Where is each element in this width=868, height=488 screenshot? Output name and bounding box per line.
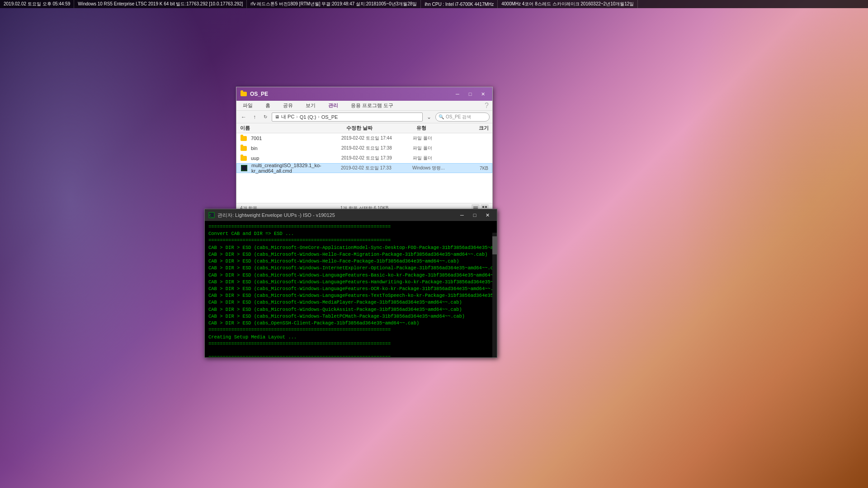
cmd-line-sep3: ========================================…: [208, 327, 493, 333]
ribbon-tab-manage[interactable]: 관리: [326, 101, 341, 110]
folder-icon-uup: [240, 155, 247, 162]
file-type-bin: 파일 폴더: [413, 145, 458, 151]
svg-rect-7: [485, 206, 487, 208]
taskbar-mem-info: 4000MHz 4코어 8스레드 스카이레이크 20160322~2년10개월1…: [498, 0, 638, 8]
cmd-window: C_ 관리자: Lightweight Envelope UUPs ‐) ISO…: [204, 209, 497, 358]
file-name-uup: uup: [251, 155, 338, 161]
cmd-window-title: 관리자: Lightweight Envelope UUPs ‐) ISO ‐ …: [217, 212, 335, 219]
taskbar-datetime: 2019.02.02 토요일 오후 05:44:59: [0, 0, 74, 8]
file-row-uup[interactable]: uup 2019-02-02 토요일 17:39 파일 폴더: [236, 153, 492, 163]
cmd-close-button[interactable]: ✕: [481, 211, 493, 220]
file-row-bin[interactable]: bin 2019-02-02 토요일 17:38 파일 폴더: [236, 143, 492, 153]
titlebar-folder-icon: [240, 90, 247, 98]
file-date-bin: 2019-02-02 토요일 17:38: [341, 145, 409, 151]
cmd-line-sep1: ========================================…: [208, 224, 493, 230]
cmd-line-10: CAB > DIR > ESD (cabs_Microsoft-Windows-…: [208, 306, 493, 313]
cmd-line-sep2: ========================================…: [208, 237, 493, 244]
cmd-body-container: ========================================…: [205, 221, 497, 357]
cmd-scrollbar-thumb[interactable]: [492, 236, 497, 254]
titlebar-left: OS_PE: [240, 90, 268, 98]
file-row-cmd[interactable]: _ multi_creatingISO_18329.1_ko-kr_amd64_…: [236, 163, 492, 173]
path-part-pc: 내 PC: [281, 113, 294, 120]
file-type-7001: 파일 폴더: [413, 135, 458, 141]
cmd-line-4: CAB > DIR > ESD (cabs_Microsoft-Windows-…: [208, 265, 493, 272]
cmd-maximize-button[interactable]: □: [469, 211, 481, 220]
search-box[interactable]: 🔍 OS_PE 검색: [435, 113, 490, 122]
close-button[interactable]: ✕: [477, 89, 489, 99]
ribbon-tab-apptool[interactable]: 응용 프로그램 도구: [348, 101, 396, 110]
cmd-scrollbar[interactable]: [492, 233, 497, 357]
col-name[interactable]: 이름: [240, 125, 346, 131]
cmd-line-blank1: [208, 347, 493, 354]
address-bar: ← ↑ ↻ 🖥 내 PC › Q1 (Q:) › OS_PE ⌄ 🔍 OS_PE…: [236, 111, 492, 123]
folder-icon-7001: [240, 135, 247, 142]
col-size[interactable]: 크기: [462, 125, 489, 131]
ribbon-help-icon[interactable]: ?: [485, 102, 489, 110]
file-type-cmd: Windows 명령...: [412, 165, 458, 171]
svg-rect-6: [482, 206, 484, 208]
cmd-file-icon: _: [241, 164, 248, 172]
path-part-ospe: OS_PE: [321, 114, 338, 120]
cmd-line-5: CAB > DIR > ESD (cabs_Microsoft-Windows-…: [208, 272, 493, 279]
taskbar-top: 2019.02.02 토요일 오후 05:44:59 Windows 10 RS…: [0, 0, 868, 8]
maximize-button[interactable]: □: [464, 89, 476, 99]
ribbon-tab-home[interactable]: 홈: [263, 101, 273, 110]
ribbon-tab-view[interactable]: 보기: [303, 101, 318, 110]
path-folder-icon: 🖥: [275, 114, 279, 119]
col-date[interactable]: 수정한 날짜: [346, 125, 416, 131]
cmd-body: ========================================…: [205, 221, 497, 357]
cmd-line-12: CAB > DIR > ESD (cabs_OpenSSH-Client-Pac…: [208, 320, 493, 327]
svg-text:_: _: [242, 167, 244, 170]
cmd-line-7: CAB > DIR > ESD (cabs_Microsoft-Windows-…: [208, 286, 493, 292]
cmd-titlebar: C_ 관리자: Lightweight Envelope UUPs ‐) ISO…: [205, 209, 497, 221]
ribbon-tab-file[interactable]: 파일: [240, 101, 255, 110]
cmd-minimize-button[interactable]: ─: [456, 211, 468, 220]
nav-down-btn[interactable]: ⌄: [425, 113, 434, 122]
file-list: 7001 2019-02-02 토요일 17:44 파일 폴더 bin 2019…: [236, 133, 492, 203]
file-date-cmd: 2019-02-02 토요일 17:33: [341, 165, 409, 171]
cmd-line-8: CAB > DIR > ESD (cabs_Microsoft-Windows-…: [208, 292, 493, 299]
cmd-line-sep5: ========================================…: [208, 354, 493, 357]
window-controls[interactable]: ─ □ ✕: [452, 89, 489, 99]
file-name-cmd: multi_creatingISO_18329.1_ko-kr_amd64_al…: [251, 163, 337, 174]
search-icon: 🔍: [439, 114, 444, 119]
file-row-7001[interactable]: 7001 2019-02-02 토요일 17:44 파일 폴더: [236, 133, 492, 143]
up-button[interactable]: ↑: [250, 113, 259, 122]
cmd-line-9: CAB > DIR > ESD (cabs_Microsoft-Windows-…: [208, 299, 493, 306]
file-explorer-titlebar: OS_PE ─ □ ✕: [236, 87, 492, 101]
cmd-line-6: CAB > DIR > ESD (cabs_Microsoft-Windows-…: [208, 279, 493, 286]
cmd-line-3: CAB > DIR > ESD (cabs_Microsoft-Windows-…: [208, 258, 493, 265]
address-path[interactable]: 🖥 내 PC › Q1 (Q:) › OS_PE: [272, 113, 423, 122]
cmd-line-2: CAB > DIR > ESD (cabs_Microsoft-Windows-…: [208, 251, 493, 258]
file-explorer-window: OS_PE ─ □ ✕ 파일 홈 공유 보기 관리 응용 프로그램 도구 ? ←…: [236, 87, 493, 213]
path-part-q1: Q1 (Q:): [300, 114, 316, 120]
path-arrow-1: ›: [296, 114, 297, 119]
col-type[interactable]: 유형: [416, 125, 462, 131]
file-name-bin: bin: [251, 145, 338, 151]
folder-icon-bin: [240, 145, 247, 152]
file-date-uup: 2019-02-02 토요일 17:39: [341, 155, 409, 161]
file-explorer-title: OS_PE: [250, 91, 268, 97]
taskbar-rfv-info: rfv 레드스톤5 버전1809 [RTM년월] 무결:2019:48:47 설…: [247, 0, 421, 8]
minimize-button[interactable]: ─: [452, 89, 463, 99]
cmd-app-icon: C_: [208, 212, 215, 218]
file-date-7001: 2019-02-02 토요일 17:44: [341, 135, 409, 141]
cmd-line-setup: Creating Setup Media Layout ...: [208, 334, 493, 341]
file-size-cmd: 7KB: [461, 166, 488, 171]
cmd-titlebar-left: C_ 관리자: Lightweight Envelope UUPs ‐) ISO…: [208, 212, 335, 219]
folder-icon-small: [241, 92, 247, 96]
ribbon-bar: 파일 홈 공유 보기 관리 응용 프로그램 도구 ?: [236, 101, 492, 111]
taskbar-windows-info: Windows 10 RS5 Enterprise LTSC 2019 K 64…: [74, 0, 247, 8]
refresh-button[interactable]: ↻: [261, 113, 270, 122]
cmd-line-11: CAB > DIR > ESD (cabs_Microsoft-Windows-…: [208, 313, 493, 320]
cmd-line-1: CAB > DIR > ESD (cabs_Microsoft-OneCore-…: [208, 244, 493, 251]
taskbar-cpu-info: ihn CPU : Intel i7-6700K 4417MHz: [421, 0, 498, 8]
search-placeholder: OS_PE 검색: [446, 114, 471, 120]
path-arrow-2: ›: [318, 114, 319, 119]
cmd-window-controls[interactable]: ─ □ ✕: [456, 211, 493, 220]
file-name-7001: 7001: [251, 136, 338, 141]
file-type-uup: 파일 폴더: [413, 155, 458, 161]
back-button[interactable]: ←: [239, 113, 248, 122]
ribbon-tab-share[interactable]: 공유: [280, 101, 296, 110]
cmd-line-sep4: ========================================…: [208, 341, 493, 347]
